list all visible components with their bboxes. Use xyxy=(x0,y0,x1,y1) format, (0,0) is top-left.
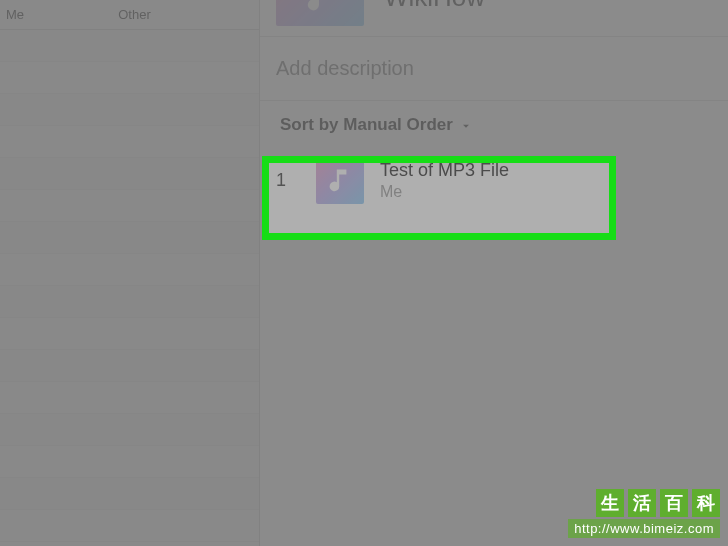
track-meta: Test of MP3 File Me xyxy=(380,160,509,201)
list-item[interactable] xyxy=(0,318,259,350)
sort-dropdown[interactable]: Sort by Manual Order xyxy=(260,101,728,147)
list-item[interactable] xyxy=(0,190,259,222)
track-empty-row xyxy=(260,345,728,411)
track-empty-row xyxy=(260,213,728,279)
track-artist: Me xyxy=(380,183,509,201)
playlist-title[interactable]: WikiHow xyxy=(384,0,485,13)
list-item[interactable] xyxy=(0,414,259,446)
list-item[interactable] xyxy=(0,254,259,286)
sidebar-tab-me[interactable]: Me xyxy=(0,7,40,22)
playlist-description-row xyxy=(260,37,728,101)
track-empty-row xyxy=(260,279,728,345)
list-item[interactable] xyxy=(0,30,259,62)
list-item[interactable] xyxy=(0,158,259,190)
list-item[interactable] xyxy=(0,94,259,126)
track-list: 1 Test of MP3 File Me xyxy=(260,147,728,546)
chevron-down-icon xyxy=(459,115,473,135)
list-item[interactable] xyxy=(0,350,259,382)
sidebar-tab-other[interactable]: Other xyxy=(40,7,259,22)
list-item[interactable] xyxy=(0,62,259,94)
list-item[interactable] xyxy=(0,126,259,158)
list-item[interactable] xyxy=(0,510,259,542)
main-panel: WikiHow Sort by Manual Order 1 T xyxy=(260,0,728,546)
track-row[interactable]: 1 Test of MP3 File Me xyxy=(260,147,728,213)
music-note-icon xyxy=(326,166,355,195)
music-note-icon xyxy=(294,0,347,15)
playlist-artwork[interactable] xyxy=(276,0,364,26)
sort-label: Sort by Manual Order xyxy=(280,115,453,135)
list-item[interactable] xyxy=(0,446,259,478)
track-title: Test of MP3 File xyxy=(380,160,509,181)
list-item[interactable] xyxy=(0,222,259,254)
sidebar: Me Other xyxy=(0,0,260,546)
sidebar-list xyxy=(0,30,259,542)
app-window: Me Other xyxy=(0,0,728,546)
track-number: 1 xyxy=(276,170,300,191)
list-item[interactable] xyxy=(0,478,259,510)
track-artwork xyxy=(316,156,364,204)
list-item[interactable] xyxy=(0,382,259,414)
playlist-header: WikiHow xyxy=(260,0,728,37)
list-item[interactable] xyxy=(0,286,259,318)
playlist-description-input[interactable] xyxy=(276,57,728,80)
sidebar-tabs: Me Other xyxy=(0,0,259,30)
